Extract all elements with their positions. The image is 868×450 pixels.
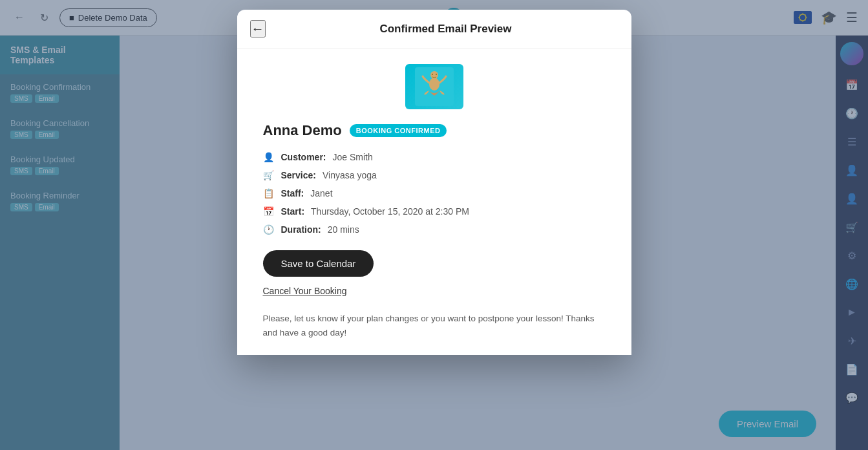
staff-value: Janet <box>310 188 332 198</box>
duration-label: Duration: <box>281 224 321 235</box>
start-row: 📅 Start: Thursday, October 15, 2020 at 2… <box>263 206 606 217</box>
service-value: Vinyasa yoga <box>323 170 377 180</box>
yoga-image <box>405 64 463 109</box>
staff-row: 📋 Staff: Janet <box>263 188 606 198</box>
customer-label: Customer: <box>281 152 326 162</box>
cart-icon: 🛒 <box>263 170 275 180</box>
person-icon: 👤 <box>263 152 275 162</box>
clock-icon: 🕐 <box>263 224 275 235</box>
email-name: Anna Demo <box>263 122 342 139</box>
modal-body[interactable]: Anna Demo BOOKING CONFIRMED 👤 Customer: … <box>237 48 631 355</box>
calendar-icon: 📅 <box>263 206 275 217</box>
svg-point-13 <box>429 78 439 91</box>
save-to-calendar-button[interactable]: Save to Calendar <box>263 250 374 277</box>
email-footer-text: Please, let us know if your plan changes… <box>263 312 606 339</box>
cancel-booking-link[interactable]: Cancel Your Booking <box>263 286 347 296</box>
email-preview: Anna Demo BOOKING CONFIRMED 👤 Customer: … <box>237 48 631 355</box>
customer-value: Joe Smith <box>333 152 373 162</box>
duration-value: 20 mins <box>328 224 359 235</box>
staff-icon: 📋 <box>263 188 275 198</box>
customer-row: 👤 Customer: Joe Smith <box>263 152 606 162</box>
modal-header: ← Confirmed Email Preview <box>237 10 631 48</box>
svg-point-15 <box>436 74 437 75</box>
booking-confirmed-badge: BOOKING CONFIRMED <box>350 124 447 137</box>
service-row: 🛒 Service: Vinyasa yoga <box>263 170 606 180</box>
staff-label: Staff: <box>281 188 304 198</box>
email-details: 👤 Customer: Joe Smith 🛒 Service: Vinyasa… <box>263 152 606 235</box>
modal: ← Confirmed Email Preview <box>237 10 631 355</box>
duration-row: 🕐 Duration: 20 mins <box>263 224 606 235</box>
start-label: Start: <box>281 206 305 217</box>
modal-overlay: ← Confirmed Email Preview <box>0 0 868 450</box>
modal-title: Confirmed Email Preview <box>273 23 619 36</box>
email-name-row: Anna Demo BOOKING CONFIRMED <box>263 122 606 139</box>
email-header-image <box>263 64 606 109</box>
service-label: Service: <box>281 170 316 180</box>
start-value: Thursday, October 15, 2020 at 2:30 PM <box>311 206 469 217</box>
modal-back-button[interactable]: ← <box>250 20 266 38</box>
svg-point-14 <box>432 74 433 75</box>
